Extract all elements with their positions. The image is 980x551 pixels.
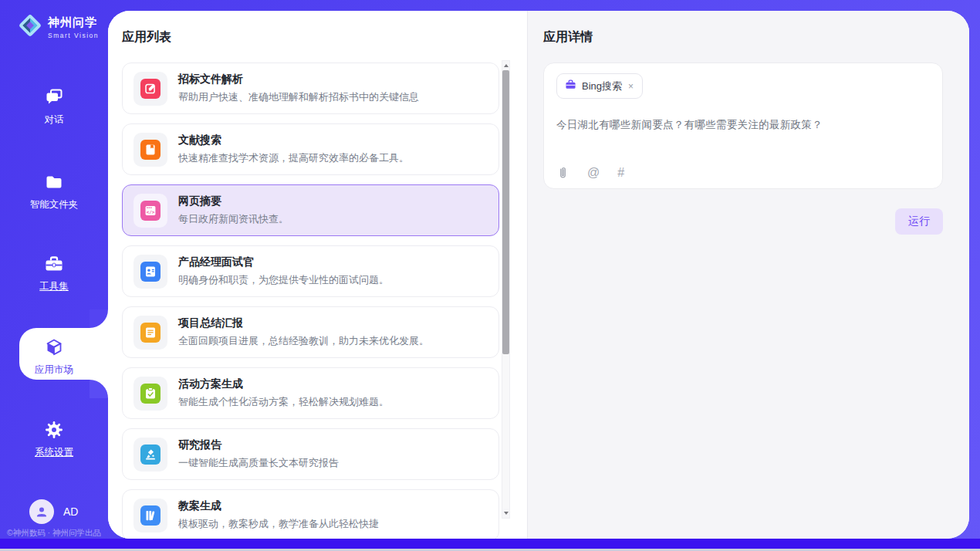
book-icon: [140, 140, 161, 160]
app-list-item[interactable]: 文献搜索快速精准查找学术资源，提高研究效率的必备工具。: [122, 123, 499, 175]
app-description: 明确身份和职责，为您提供专业性的面试问题。: [178, 273, 389, 287]
sidebar-item-label: 应用市场: [35, 363, 73, 377]
sidebar-item-label: 智能文件夹: [30, 198, 79, 211]
app-list-item[interactable]: 研究报告一键智能生成高质量长文本研究报告: [122, 428, 499, 480]
app-name: 活动方案生成: [178, 377, 389, 391]
mention-icon[interactable]: @: [587, 167, 600, 179]
scrollbar-track[interactable]: [502, 354, 509, 509]
clipboard-icon: [140, 384, 161, 404]
app-icon-frame: [133, 499, 167, 532]
scroll-down-button[interactable]: [502, 509, 509, 518]
app-description: 全面回顾项目进展，总结经验教训，助力未来优化发展。: [178, 334, 429, 348]
svg-text:</>: </>: [147, 208, 155, 214]
run-row: 运行: [543, 208, 943, 235]
sidebar-item-label: 系统设置: [35, 446, 73, 459]
app-icon-frame: [133, 438, 167, 472]
main-content: 应用列表 招标文件解析帮助用户快速、准确地理解和解析招标书中的关键信息文献搜索快…: [108, 11, 969, 539]
sidebar-item-toolset[interactable]: 工具集: [0, 253, 108, 293]
query-text[interactable]: 今日湖北有哪些新闻要点？有哪些需要关注的最新政策？: [556, 118, 930, 132]
sidebar: 神州问学 Smart Vision 对话智能文件夹工具集应用市场系统设置 AD …: [0, 0, 108, 539]
copyright-footer: ©神州数码 · 神州问学出品: [0, 528, 108, 539]
user-avatar-icon: [29, 499, 54, 524]
app-name: 研究报告: [178, 438, 339, 452]
sidebar-item-label: 工具集: [39, 280, 69, 293]
microscope-icon: [140, 445, 161, 465]
app-logo: 神州问学 Smart Vision: [17, 12, 99, 42]
app-icon-frame: </>: [133, 194, 167, 228]
app-name: 文献搜索: [178, 134, 409, 147]
books-icon: [140, 505, 161, 526]
app-name: 产品经理面试官: [178, 255, 389, 269]
logo-title: 神州问学: [48, 15, 99, 30]
app-list-item[interactable]: 活动方案生成智能生成个性化活动方案，轻松解决规划难题。: [122, 367, 499, 419]
bubble-corner-top: [90, 309, 108, 328]
app-list: 招标文件解析帮助用户快速、准确地理解和解析招标书中的关键信息文献搜索快速精准查找…: [122, 63, 499, 539]
chat-icon: [43, 86, 65, 108]
query-input-card[interactable]: Bing搜索 × 今日湖北有哪些新闻要点？有哪些需要关注的最新政策？ @ #: [543, 63, 943, 189]
app-list-item[interactable]: 产品经理面试官明确身份和职责，为您提供专业性的面试问题。: [122, 245, 499, 297]
app-description: 一键智能生成高质量长文本研究报告: [178, 456, 339, 470]
scrollbar-thumb[interactable]: [502, 70, 509, 354]
interview-icon: [140, 262, 161, 282]
app-name: 网页摘要: [178, 194, 289, 208]
app-description: 模板驱动，教案秒成，教学准备从此轻松快捷: [178, 517, 379, 531]
logo-subtitle: Smart Vision: [48, 32, 99, 39]
tag-remove-icon[interactable]: ×: [627, 81, 634, 92]
scroll-up-button[interactable]: [502, 61, 509, 70]
sidebar-item-label: 对话: [45, 113, 64, 127]
app-list-panel: 应用列表 招标文件解析帮助用户快速、准确地理解和解析招标书中的关键信息文献搜索快…: [108, 11, 527, 539]
note-icon: [140, 323, 161, 343]
tool-tag-bing-search[interactable]: Bing搜索 ×: [556, 73, 643, 99]
app-detail-panel: 应用详情 Bing搜索 × 今日湖北有哪些新闻要点？有哪些需要关注的最新政策？: [527, 11, 969, 539]
app-description: 帮助用户快速、准确地理解和解析招标书中的关键信息: [178, 90, 419, 104]
app-description: 智能生成个性化活动方案，轻松解决规划难题。: [178, 395, 389, 409]
bottom-accent-bar: [0, 539, 980, 549]
briefcase-icon: [565, 79, 576, 93]
app-name: 教案生成: [178, 499, 379, 513]
app-detail-title: 应用详情: [543, 29, 943, 46]
app-name: 项目总结汇报: [178, 316, 429, 330]
app-icon-frame: [133, 316, 167, 350]
user-name: AD: [63, 505, 78, 518]
hashtag-icon[interactable]: #: [617, 167, 624, 179]
gem-logo-icon: [17, 12, 43, 42]
browser-icon: </>: [140, 201, 161, 221]
triangle-down-icon: [504, 512, 509, 515]
app-description: 每日政府新闻资讯快查。: [178, 212, 289, 226]
app-icon-frame: [133, 133, 167, 167]
app-list-title: 应用列表: [122, 29, 513, 46]
sidebar-item-chat[interactable]: 对话: [0, 86, 108, 127]
app-list-item[interactable]: 教案生成模板驱动，教案秒成，教学准备从此轻松快捷: [122, 489, 499, 539]
scrollbar[interactable]: [502, 60, 510, 519]
app-list-item[interactable]: 项目总结汇报全面回顾项目进展，总结经验教训，助力未来优化发展。: [122, 306, 499, 358]
cube-icon: [43, 336, 65, 358]
sidebar-item-app-market[interactable]: 应用市场: [0, 336, 108, 377]
page: { "sidebar": { "logo": { "title": "神州问学"…: [0, 0, 980, 551]
triangle-up-icon: [504, 64, 509, 67]
edit-icon: [140, 79, 161, 99]
user-account[interactable]: AD: [29, 499, 78, 524]
run-button[interactable]: 运行: [895, 208, 943, 235]
tool-tag-label: Bing搜索: [582, 79, 622, 93]
sidebar-item-settings[interactable]: 系统设置: [0, 419, 108, 459]
app-icon-frame: [133, 377, 167, 411]
app-name: 招标文件解析: [178, 73, 419, 86]
app-icon-frame: [133, 72, 167, 106]
sidebar-item-smart-folders[interactable]: 智能文件夹: [0, 171, 108, 211]
attachment-icon[interactable]: [556, 166, 569, 179]
bubble-corner-bottom: [90, 380, 108, 398]
app-list-item[interactable]: 招标文件解析帮助用户快速、准确地理解和解析招标书中的关键信息: [122, 63, 499, 114]
toolbox-icon: [43, 253, 65, 275]
app-description: 快速精准查找学术资源，提高研究效率的必备工具。: [178, 151, 409, 165]
gear-icon: [43, 419, 65, 441]
app-icon-frame: [133, 255, 167, 289]
input-toolbar: @ #: [556, 166, 930, 179]
folder-icon: [43, 171, 65, 193]
app-list-item[interactable]: </>网页摘要每日政府新闻资讯快查。: [122, 184, 499, 236]
